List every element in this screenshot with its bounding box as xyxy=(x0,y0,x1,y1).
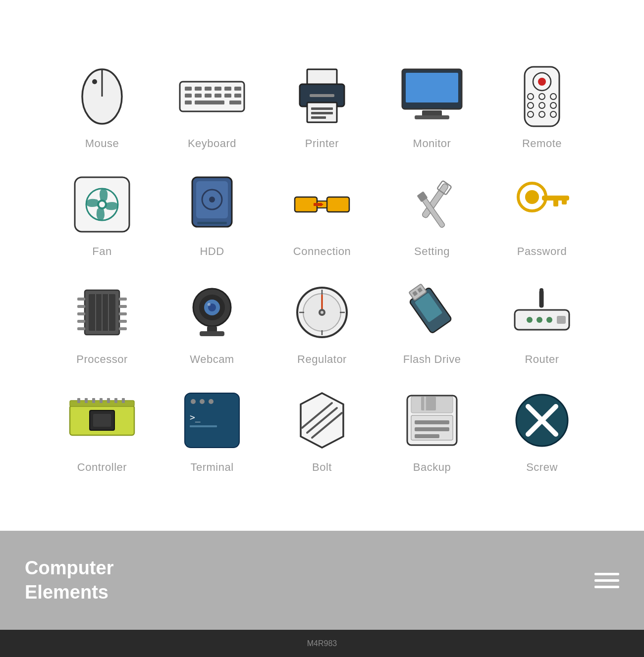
svg-rect-136 xyxy=(424,397,426,410)
svg-rect-64 xyxy=(562,200,567,204)
watermark-text: M4R983 xyxy=(307,639,337,648)
printer-label: Printer xyxy=(305,137,339,150)
svg-rect-13 xyxy=(215,94,221,98)
svg-point-121 xyxy=(200,399,205,404)
setting-label: Setting xyxy=(414,245,450,258)
svg-rect-131 xyxy=(415,420,449,424)
svg-rect-10 xyxy=(185,94,192,98)
icon-cell-regulator: Regulator xyxy=(269,273,375,371)
svg-rect-116 xyxy=(107,398,110,403)
svg-point-2 xyxy=(92,79,97,84)
regulator-label: Regulator xyxy=(297,353,347,366)
icon-cell-connection: Connection xyxy=(269,165,375,263)
svg-rect-71 xyxy=(77,327,85,330)
icon-grid: Mouse xyxy=(50,57,594,479)
svg-rect-135 xyxy=(421,397,436,410)
svg-rect-76 xyxy=(119,327,127,330)
svg-rect-107 xyxy=(557,316,566,324)
svg-rect-67 xyxy=(77,298,85,301)
svg-rect-11 xyxy=(195,94,202,98)
keyboard-icon xyxy=(177,62,247,131)
svg-rect-132 xyxy=(415,427,449,431)
icon-cell-bolt: Bolt xyxy=(269,381,375,479)
hdd-icon xyxy=(177,170,247,239)
icon-cell-controller: Controller xyxy=(50,381,155,479)
watermark-bar: M4R983 xyxy=(0,630,644,657)
svg-rect-113 xyxy=(85,398,88,403)
svg-rect-48 xyxy=(197,222,227,224)
backup-label: Backup xyxy=(413,461,451,474)
router-icon xyxy=(507,278,577,347)
icon-cell-flashdrive: Flash Drive xyxy=(379,273,484,371)
icon-cell-screw: Screw xyxy=(489,381,594,479)
flashdrive-label: Flash Drive xyxy=(403,353,461,366)
svg-rect-15 xyxy=(234,94,241,98)
flashdrive-icon xyxy=(397,278,467,347)
svg-point-84 xyxy=(208,303,211,306)
svg-point-122 xyxy=(209,399,214,404)
menu-line-1 xyxy=(594,573,619,575)
svg-rect-70 xyxy=(77,320,85,323)
password-icon xyxy=(507,170,577,239)
icon-cell-hdd: HDD xyxy=(160,165,265,263)
connection-label: Connection xyxy=(293,245,351,258)
svg-rect-25 xyxy=(311,116,326,119)
terminal-icon: >_ xyxy=(177,386,247,455)
menu-line-2 xyxy=(594,579,619,582)
svg-rect-115 xyxy=(100,398,103,403)
fan-icon xyxy=(67,170,137,239)
processor-label: Processor xyxy=(76,353,128,366)
icon-cell-mouse: Mouse xyxy=(50,57,155,155)
menu-line-3 xyxy=(594,586,619,588)
mouse-label: Mouse xyxy=(85,137,119,150)
svg-rect-69 xyxy=(77,312,85,315)
monitor-icon xyxy=(397,62,467,131)
svg-rect-63 xyxy=(553,200,558,206)
svg-rect-117 xyxy=(114,398,117,403)
svg-rect-4 xyxy=(185,87,192,91)
screw-label: Screw xyxy=(526,461,558,474)
screw-icon xyxy=(507,386,577,455)
svg-rect-29 xyxy=(415,115,449,119)
svg-rect-86 xyxy=(200,331,224,336)
svg-rect-7 xyxy=(215,87,221,91)
mouse-icon xyxy=(67,62,137,131)
svg-rect-18 xyxy=(229,101,241,104)
svg-point-61 xyxy=(525,190,539,204)
svg-point-104 xyxy=(527,317,533,323)
printer-icon xyxy=(287,62,357,131)
fan-label: Fan xyxy=(92,245,111,258)
footer-menu xyxy=(594,573,619,588)
remote-label: Remote xyxy=(522,137,562,150)
svg-rect-17 xyxy=(195,101,224,104)
svg-rect-114 xyxy=(92,398,95,403)
icon-cell-fan: Fan xyxy=(50,165,155,263)
svg-rect-23 xyxy=(311,107,333,110)
terminal-label: Terminal xyxy=(190,461,233,474)
svg-rect-12 xyxy=(205,94,212,98)
icon-cell-webcam: Webcam xyxy=(160,273,265,371)
svg-rect-110 xyxy=(93,414,111,427)
footer-bar: ComputerElements xyxy=(0,531,644,630)
svg-rect-14 xyxy=(224,94,231,98)
controller-label: Controller xyxy=(77,461,127,474)
svg-rect-8 xyxy=(224,87,231,91)
svg-point-32 xyxy=(538,78,546,86)
icon-cell-terminal: >_ Terminal xyxy=(160,381,265,479)
svg-point-105 xyxy=(537,317,542,323)
icon-cell-backup: Backup xyxy=(379,381,484,479)
svg-rect-52 xyxy=(327,197,349,212)
bolt-label: Bolt xyxy=(312,461,332,474)
svg-rect-6 xyxy=(205,87,212,91)
icon-cell-keyboard: Keyboard xyxy=(160,57,265,155)
svg-rect-133 xyxy=(415,434,439,438)
icon-cell-printer: Printer xyxy=(269,57,375,155)
svg-rect-72 xyxy=(119,298,127,301)
hdd-label: HDD xyxy=(200,245,224,258)
svg-rect-75 xyxy=(119,320,127,323)
icon-cell-password: Password xyxy=(489,165,594,263)
svg-rect-55 xyxy=(314,203,322,206)
processor-icon xyxy=(67,278,137,347)
svg-point-50 xyxy=(209,197,215,202)
webcam-icon xyxy=(177,278,247,347)
